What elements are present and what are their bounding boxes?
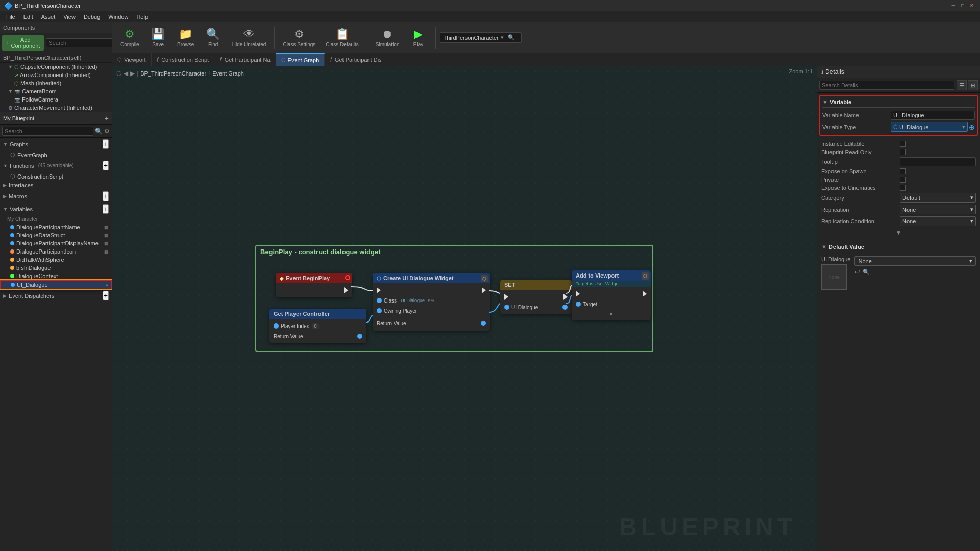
blueprint-search-input[interactable]	[2, 127, 93, 136]
menu-file[interactable]: File	[2, 13, 19, 21]
tree-item-capsule[interactable]: ▼ ⬡ CapsuleComponent (Inherited)	[0, 63, 112, 71]
class-settings-button[interactable]: ⚙ Class Settings	[279, 26, 320, 49]
close-button[interactable]: ✕	[968, 2, 976, 10]
details-search-input[interactable]	[819, 81, 954, 90]
tooltip-input[interactable]	[900, 157, 976, 166]
var-dialogue-participant-name[interactable]: DialogueParticipantName ▦	[0, 223, 112, 231]
construction-script-item[interactable]: ⬡ ConstructionScript	[0, 172, 112, 181]
expand-btn-row[interactable]: ▼	[572, 309, 651, 318]
menu-edit[interactable]: Edit	[19, 13, 37, 21]
dv-search-button[interactable]: 🔍	[863, 269, 870, 276]
tree-item-character-movement[interactable]: ⚙ CharacterMovement (Inherited)	[0, 104, 112, 112]
play-button[interactable]: ▶ Play	[406, 26, 431, 49]
expose-on-spawn-checkbox[interactable]	[900, 168, 906, 174]
blueprint-search-submit[interactable]: 🔍	[95, 128, 103, 135]
return-value-pin[interactable]	[357, 334, 362, 339]
add-component-button[interactable]: + Compile Add Component	[2, 35, 44, 51]
dv-none-dropdown[interactable]: None ▾	[854, 256, 976, 266]
variable-type-expand-btn[interactable]: ⊕	[969, 123, 975, 131]
hide-unrelated-button[interactable]: 👁 Hide Unrelated	[228, 26, 271, 49]
var-dialogue-participant-icon[interactable]: DialogueParticipantIcon ▦	[0, 247, 112, 256]
browse-button[interactable]: 📁 Browse	[173, 26, 199, 49]
variable-name-input[interactable]	[891, 111, 975, 120]
var-dialogue-participant-display-name[interactable]: DialogueParticipantDisplayName ▦	[0, 239, 112, 247]
player-index-pin[interactable]	[274, 323, 279, 329]
find-button[interactable]: 🔍 Find	[201, 26, 226, 49]
blueprint-filter-button[interactable]: ⚙	[104, 128, 110, 135]
menu-view[interactable]: View	[59, 13, 80, 21]
create-exec-out-pin[interactable]	[482, 287, 486, 293]
breadcrumb-home-button[interactable]: ⬡	[116, 70, 121, 77]
tree-item-mesh[interactable]: ⬡ Mesh (Inherited)	[0, 79, 112, 87]
event-graph-item[interactable]: ⬡ EventGraph	[0, 151, 112, 159]
return-val-pin[interactable]	[481, 321, 486, 326]
variables-add-button[interactable]: +	[103, 204, 109, 214]
simulation-button[interactable]: ⏺ Simulation	[372, 26, 404, 49]
node-event-begin-play[interactable]: ◈ Event BeginPlay	[276, 273, 352, 297]
viewport-exec-out-pin[interactable]	[643, 291, 647, 297]
var-dialogue-data-struct[interactable]: DialogueDataStruct ▦	[0, 231, 112, 239]
menu-window[interactable]: Window	[104, 13, 132, 21]
interfaces-category[interactable]: ▶ Interfaces	[0, 181, 112, 190]
var-ui-dialogue[interactable]: UI_Dialogue ≡	[0, 280, 112, 289]
owning-player-pin[interactable]	[377, 308, 382, 313]
class-defaults-button[interactable]: 📋 Class Defaults	[322, 26, 362, 49]
dv-reset-button[interactable]: ↩	[854, 268, 861, 276]
functions-add-button[interactable]: +	[103, 161, 109, 170]
compile-button[interactable]: ⚙ Compile	[116, 26, 143, 49]
details-list-view-btn[interactable]: ☰	[957, 80, 967, 90]
create-exec-in-pin[interactable]	[377, 287, 381, 293]
var-is-in-dialogue[interactable]: bIsInDialogue	[0, 264, 112, 272]
event-dispatchers-category[interactable]: ▶ Event Dispatchers +	[0, 289, 112, 302]
tab-viewport[interactable]: ⬡ Viewport	[112, 53, 152, 66]
node-create-widget[interactable]: ⬡ Create UI Dialogue Widget Class UI Di	[373, 273, 490, 331]
create-widget-collapse-btn[interactable]: ⬡	[481, 275, 488, 282]
ui-dialogue-out-pin[interactable]	[562, 305, 568, 310]
save-button[interactable]: 💾 Save	[145, 26, 171, 49]
tree-item-camera-boom[interactable]: ▼ 📷 CameraBoom	[0, 87, 112, 95]
tab-event-graph[interactable]: ⬡ Event Graph	[276, 53, 325, 66]
window-controls[interactable]: ─ □ ✕	[949, 2, 976, 10]
ui-dialogue-in-pin[interactable]	[504, 305, 509, 310]
tree-item-follow-camera[interactable]: 📷 FollowCamera	[0, 95, 112, 104]
tab-get-participant-na[interactable]: ƒ Get Participant Na	[214, 53, 276, 66]
breadcrumb-back-button[interactable]: ◀	[124, 70, 128, 77]
tab-construction-script[interactable]: ƒ Construction Script	[152, 53, 215, 66]
set-exec-in-pin[interactable]	[504, 294, 508, 300]
replication-dropdown[interactable]: None ▾	[900, 205, 976, 214]
replication-condition-dropdown[interactable]: None ▾	[900, 216, 976, 226]
tab-get-participant-dis[interactable]: ƒ Get Participant Dis	[325, 53, 387, 66]
var-dialogue-context[interactable]: DialogueContext	[0, 272, 112, 280]
expose-cinematics-checkbox[interactable]	[900, 185, 906, 191]
node-add-viewport[interactable]: Add to Viewport Target is User Widget Ta…	[572, 270, 651, 320]
maximize-button[interactable]: □	[959, 2, 967, 10]
breadcrumb-forward-button[interactable]: ▶	[130, 70, 135, 77]
node-set[interactable]: SET UI Dialogue	[500, 280, 572, 314]
menu-help[interactable]: Help	[132, 13, 152, 21]
category-dropdown[interactable]: Default ▾	[900, 193, 976, 203]
details-grid-view-btn[interactable]: ⊞	[968, 80, 978, 90]
graphs-category[interactable]: ▼ Graphs +	[0, 138, 112, 151]
macros-category[interactable]: ▶ Macros +	[0, 190, 112, 203]
instance-editable-checkbox[interactable]	[900, 141, 906, 147]
expand-more-btn[interactable]: ▼	[821, 227, 976, 238]
variable-type-dropdown[interactable]: ⬡ UI Dialogue ▾	[891, 122, 968, 132]
component-search-input[interactable]	[46, 38, 121, 47]
blueprint-read-only-checkbox[interactable]	[900, 149, 906, 155]
minimize-button[interactable]: ─	[949, 2, 958, 10]
my-blueprint-add-button[interactable]: +	[105, 114, 109, 122]
dispatchers-add-button[interactable]: +	[103, 291, 109, 300]
variables-category[interactable]: ▼ Variables +	[0, 203, 112, 215]
viewport-collapse-btn[interactable]: ⬡	[642, 272, 649, 280]
set-exec-out-pin[interactable]	[564, 294, 568, 300]
tree-item-arrow[interactable]: ↗ ArrowComponent (Inherited)	[0, 71, 112, 79]
target-in-pin[interactable]	[576, 302, 581, 307]
private-checkbox[interactable]	[900, 177, 906, 183]
menu-asset[interactable]: Asset	[37, 13, 60, 21]
blueprint-canvas[interactable]: ⬡ ◀ ▶ | BP_ThirdPersonCharacter › Event …	[112, 66, 817, 551]
var-did-talk-with-sphere[interactable]: DidTalkWithSphere	[0, 256, 112, 264]
viewport-exec-in-pin[interactable]	[576, 291, 580, 297]
graphs-add-button[interactable]: +	[103, 139, 109, 149]
exec-out-pin[interactable]	[344, 287, 348, 293]
debug-filter-dropdown[interactable]: ThirdPersonCharacter ▾ 🔍	[440, 32, 522, 43]
